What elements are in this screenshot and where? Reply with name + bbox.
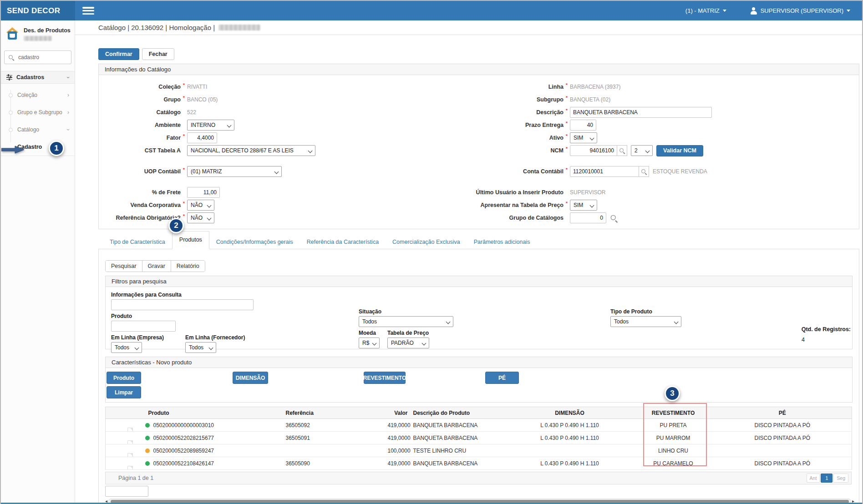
- product-valor: 100,0000: [388, 444, 411, 457]
- tab-condicoes[interactable]: Condições/Informações gerais: [209, 235, 300, 249]
- col-descricao: Descrição do Produto: [411, 407, 506, 419]
- next-page-button[interactable]: Seg: [833, 474, 848, 483]
- annotation-badge-3: 3: [665, 386, 680, 401]
- referencia-obrigatoria-select[interactable]: NÃO: [187, 212, 214, 223]
- chevron-right-icon: ›: [67, 92, 69, 98]
- user-dropdown[interactable]: SUPERVISOR (SUPERVISOR): [750, 7, 850, 15]
- limpar-button[interactable]: Limpar: [107, 386, 141, 398]
- product-pe: DISCO PINTADA A PÓ: [713, 419, 852, 432]
- annotation-badge-1: 1: [49, 141, 64, 156]
- conta-descricao: ESTOQUE REVENDA: [653, 168, 707, 175]
- status-dot: [145, 436, 150, 440]
- qtd-registros: Qtd. de Registros: 4: [802, 326, 851, 343]
- ncm-search-button[interactable]: [617, 145, 627, 156]
- status-dot: [145, 423, 150, 428]
- tipo-produto-select[interactable]: Todos: [610, 316, 681, 327]
- qtd-registros-value: 4: [802, 337, 805, 343]
- sidebar-item-colecao[interactable]: Coleção ›: [1, 86, 75, 104]
- status-dot: [145, 449, 150, 453]
- em-linha-fornecedor-select[interactable]: Todos: [185, 342, 216, 353]
- uop-contabil-select[interactable]: (01) MATRIZ: [187, 166, 282, 177]
- annotation-arrow: [1, 145, 25, 154]
- pe-button[interactable]: PÉ: [485, 372, 519, 384]
- annotation-badge-2: 2: [168, 218, 184, 233]
- caret-down-icon: [723, 10, 726, 12]
- branch-label: (1) - MATRIZ: [685, 7, 720, 14]
- prazo-entrega-input[interactable]: [570, 120, 596, 131]
- validar-ncm-button[interactable]: Validar NCM: [656, 145, 703, 156]
- em-linha-empresa-select[interactable]: Todos: [111, 342, 142, 353]
- tab-tipo-de-caracteristica[interactable]: Tipo de Característica: [103, 235, 172, 249]
- ultimo-usuario-value: SUPERVISOR: [570, 189, 605, 196]
- conta-contabil-input[interactable]: [570, 166, 639, 177]
- conta-search-button[interactable]: [639, 166, 649, 177]
- filters-panel: Filtros para pesquisa Informações para C…: [105, 276, 853, 349]
- brand: SEND DECOR: [1, 1, 75, 20]
- catalog-info-panel: Informações do Catálogo Coleção*RIVATTI …: [98, 64, 859, 229]
- frete-input[interactable]: [187, 187, 220, 198]
- col-valor: Valor: [388, 407, 411, 419]
- relatorio-button[interactable]: Relatório: [171, 261, 205, 272]
- search-icon: [641, 169, 647, 175]
- table-row[interactable]: 05020000522028215677 36505091 419,0000 B…: [106, 432, 852, 444]
- sidebar-item-catalogo[interactable]: Catálogo ›: [1, 121, 75, 138]
- product-code: 05020000522089859247: [153, 448, 214, 454]
- revestimento-button[interactable]: REVESTIMENTO: [364, 372, 406, 384]
- col-pe: PÉ: [713, 407, 852, 419]
- sliders-icon: [6, 75, 12, 80]
- table-row[interactable]: 05020000000000003010 36505092 419,0000 B…: [106, 419, 852, 432]
- col-referencia: Referência: [283, 407, 388, 419]
- product-descricao: BANQUETA BARBACENA: [411, 432, 506, 444]
- page-1-button[interactable]: 1: [821, 474, 833, 483]
- subgrupo-value: BANQUETA (02): [570, 96, 610, 103]
- bullet-icon: [9, 111, 13, 115]
- grupo-catalogos-search-icon[interactable]: [610, 214, 617, 222]
- user-label: SUPERVISOR (SUPERVISOR): [761, 7, 843, 14]
- pesquisar-button[interactable]: Pesquisar: [106, 261, 142, 272]
- tab-produtos[interactable]: Produtos: [172, 231, 209, 249]
- produto-filter-input[interactable]: [111, 321, 176, 332]
- ambiente-select[interactable]: INTERNO: [187, 120, 234, 131]
- product-valor: 419,0000: [388, 432, 411, 444]
- sidebar-item-grupo-subgrupo[interactable]: Grupo e Subgrupo ›: [1, 104, 75, 121]
- descricao-input[interactable]: [570, 107, 712, 118]
- ncm-digits-select[interactable]: 2: [631, 145, 653, 156]
- ativo-select[interactable]: SIM: [570, 132, 597, 143]
- sidebar-section-cadastros[interactable]: Cadastros ›: [1, 71, 75, 84]
- app-title: Des. de Produtos: [24, 26, 71, 34]
- produto-button[interactable]: Produto: [107, 372, 141, 384]
- status-dot: [145, 461, 150, 466]
- product-code: 05020000522108426147: [153, 460, 214, 467]
- products-table: Produto Referência Valor Descrição do Pr…: [105, 407, 852, 470]
- grupo-catalogos-input[interactable]: [570, 212, 606, 223]
- product-pe: DISCO PINTADA A PÓ: [713, 457, 852, 470]
- app-logo: [5, 26, 20, 41]
- tab-parametros-adicionais[interactable]: Parâmetros adicionais: [467, 235, 537, 249]
- info-consulta-input[interactable]: [111, 299, 254, 310]
- prev-page-button[interactable]: Ant: [807, 474, 820, 483]
- venda-corporativa-select[interactable]: NÃO: [187, 200, 214, 211]
- branch-dropdown[interactable]: (1) - MATRIZ: [685, 7, 726, 14]
- tab-referencia-caracteristica[interactable]: Referência da Característica: [300, 235, 386, 249]
- situacao-select[interactable]: Todos: [359, 316, 453, 327]
- dimensao-button[interactable]: DIMENSÃO: [233, 372, 268, 384]
- table-row[interactable]: 05020000522089859247 100,0000 TESTE LINH…: [106, 444, 852, 457]
- product-valor: 419,0000: [388, 419, 411, 432]
- confirm-button[interactable]: Confirmar: [98, 48, 139, 60]
- fator-input[interactable]: [187, 132, 217, 143]
- ncm-input[interactable]: [570, 145, 617, 156]
- table-row[interactable]: 05020000522108426147 36505090 419,0000 B…: [106, 457, 852, 470]
- tab-comercializacao-exclusiva[interactable]: Comercialização Exclusiva: [386, 235, 467, 249]
- sidebar-search[interactable]: [4, 50, 71, 64]
- tabela-preco-select[interactable]: PADRÃO: [387, 338, 429, 348]
- apresentar-tabela-preco-select[interactable]: SIM: [570, 200, 597, 211]
- search-input[interactable]: [18, 54, 64, 60]
- hamburger-menu-icon[interactable]: [82, 7, 94, 15]
- close-button[interactable]: Fechar: [142, 48, 174, 60]
- gravar-button[interactable]: Gravar: [142, 261, 171, 272]
- moeda-select[interactable]: R$: [359, 338, 380, 348]
- cst-tabela-a-select[interactable]: NACIONAL, DECRETO 288/67 E AS LEIS: [187, 145, 315, 156]
- product-ref: [283, 444, 388, 457]
- footer-input-1[interactable]: [105, 486, 148, 497]
- product-pe: DISCO PINTADA A PÓ: [713, 432, 852, 444]
